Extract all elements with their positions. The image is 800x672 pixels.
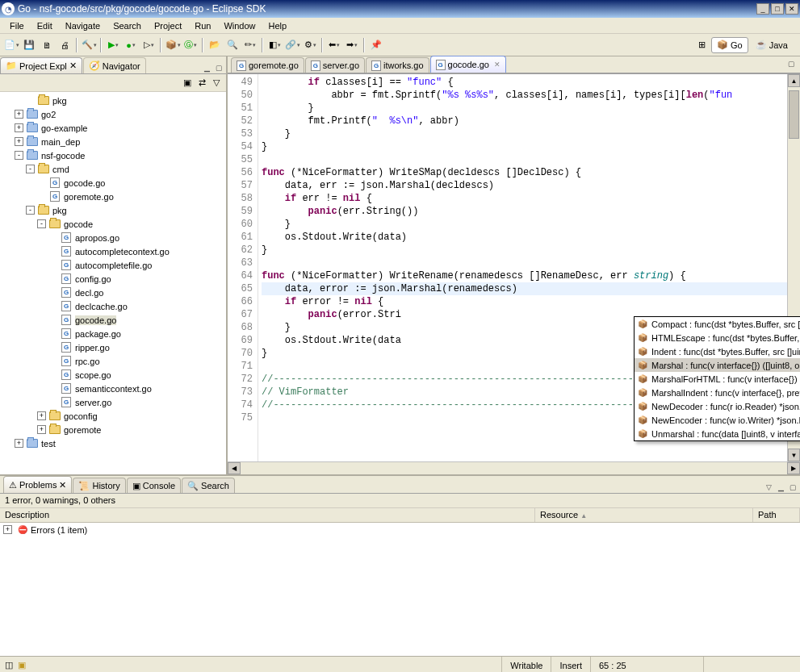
tree-node[interactable]: Gdeclcache.go xyxy=(0,299,226,313)
autocomplete-item[interactable]: 📦MarshalIndent : func(v interface{}, pre… xyxy=(635,386,800,399)
menu-search[interactable]: Search xyxy=(107,19,148,32)
tree-node[interactable]: +go-example xyxy=(0,121,226,135)
autocomplete-item[interactable]: 📦Compact : func(dst *bytes.Buffer, src [… xyxy=(635,317,800,331)
autocomplete-item[interactable]: 📦HTMLEscape : func(dst *bytes.Buffer, sr… xyxy=(635,331,800,344)
menu-navigate[interactable]: Navigate xyxy=(59,19,107,32)
scroll-down-arrow[interactable]: ▼ xyxy=(788,449,800,461)
close-icon[interactable]: ✕ xyxy=(69,61,77,71)
toggle-button[interactable]: ◧▾ xyxy=(266,37,283,53)
new-package-button[interactable]: 📦▾ xyxy=(165,37,181,53)
minimize-view-button[interactable]: ▁ xyxy=(775,482,786,493)
tree-node[interactable]: Gpackage.go xyxy=(0,327,226,340)
problems-list[interactable]: + ⛔ Errors (1 item) xyxy=(0,523,800,656)
tree-toggle[interactable]: + xyxy=(15,123,23,132)
tree-node[interactable]: -nsf-gocode xyxy=(0,148,226,162)
autocomplete-item[interactable]: 📦NewDecoder : func(r io.Reader) *json.De… xyxy=(635,399,800,413)
tree-node[interactable]: Gsemanticcontext.go xyxy=(0,382,226,395)
menu-window[interactable]: Window xyxy=(217,19,262,32)
tree-toggle[interactable]: - xyxy=(15,151,23,160)
editor-tab[interactable]: Ggocode.go✕ xyxy=(430,56,506,73)
search-button[interactable]: 🔍 xyxy=(224,37,241,53)
tree-toggle[interactable]: + xyxy=(15,110,23,119)
close-icon[interactable]: ✕ xyxy=(494,61,501,69)
tree-toggle[interactable]: + xyxy=(15,137,23,146)
menu-run[interactable]: Run xyxy=(188,19,217,32)
editor-tab[interactable]: Ggoremote.go xyxy=(231,57,304,73)
close-button[interactable]: ✕ xyxy=(785,3,798,15)
bottom-tab-search[interactable]: 🔍Search xyxy=(182,478,235,493)
open-type-button[interactable]: 📂 xyxy=(207,37,223,53)
tree-node[interactable]: Gdecl.go xyxy=(0,286,226,299)
other-button[interactable]: ⚙▾ xyxy=(302,37,318,53)
tree-node[interactable]: Gserver.go xyxy=(0,395,226,409)
column-path[interactable]: Path xyxy=(753,508,800,522)
menu-help[interactable]: Help xyxy=(262,19,294,32)
tree-node[interactable]: Grpc.go xyxy=(0,354,226,368)
problems-row[interactable]: + ⛔ Errors (1 item) xyxy=(0,523,800,536)
expand-toggle[interactable]: + xyxy=(3,525,12,534)
back-button[interactable]: ⬅▾ xyxy=(326,37,342,53)
menu-file[interactable]: File xyxy=(3,19,31,32)
new-type-button[interactable]: Ⓖ▾ xyxy=(182,37,199,53)
tree-node[interactable]: Ggocode.go xyxy=(0,313,226,327)
tree-node[interactable]: +go2 xyxy=(0,107,226,121)
tree-node[interactable]: pkg xyxy=(0,94,226,107)
autocomplete-item[interactable]: 📦Marshal : func(v interface{}) ([]uint8,… xyxy=(635,358,800,372)
tab-navigator[interactable]: 🧭 Navigator xyxy=(83,57,146,73)
editor-tab[interactable]: Gitworks.go xyxy=(366,57,429,73)
tree-node[interactable]: +test xyxy=(0,436,226,450)
project-tree[interactable]: pkg+go2+go-example+main_dep-nsf-gocode-c… xyxy=(0,92,226,474)
close-icon[interactable]: ✕ xyxy=(59,480,66,490)
forward-button[interactable]: ➡▾ xyxy=(344,37,360,53)
tree-node[interactable]: Gscope.go xyxy=(0,368,226,382)
tree-toggle[interactable]: - xyxy=(37,219,46,228)
annotation-button[interactable]: ✏▾ xyxy=(242,37,258,53)
tree-node[interactable]: +goconfig xyxy=(0,409,226,423)
open-perspective-button[interactable]: ⊞ xyxy=(693,37,710,53)
collapse-all-button[interactable]: ▣ xyxy=(181,77,194,90)
bottom-tab-console[interactable]: ▣Console xyxy=(127,478,181,493)
maximize-editor-button[interactable]: ▢ xyxy=(785,58,797,69)
view-menu-button[interactable]: ▽ xyxy=(210,77,223,90)
bottom-tab-history[interactable]: 📜History xyxy=(73,478,125,493)
save-all-button[interactable]: 🗎 xyxy=(39,37,55,53)
tree-node[interactable]: Ggoremote.go xyxy=(0,190,226,203)
minimize-button[interactable]: _ xyxy=(756,3,769,15)
save-button[interactable]: 💾 xyxy=(21,37,37,53)
tree-node[interactable]: Ggocode.go xyxy=(0,176,226,190)
autocomplete-popup[interactable]: 📦Compact : func(dst *bytes.Buffer, src [… xyxy=(634,316,800,441)
autocomplete-item[interactable]: 📦Unmarshal : func(data []uint8, v interf… xyxy=(635,427,800,440)
run-last-button[interactable]: ▷▾ xyxy=(140,37,157,53)
column-resource[interactable]: Resource ▲ xyxy=(535,508,753,522)
print-button[interactable]: 🖨 xyxy=(57,37,73,53)
editor-tab[interactable]: Gserver.go xyxy=(305,57,365,73)
pin-button[interactable]: 📌 xyxy=(368,37,384,53)
scroll-up-arrow[interactable]: ▲ xyxy=(788,74,800,87)
maximize-view-button[interactable]: ▢ xyxy=(787,482,798,493)
autocomplete-item[interactable]: 📦NewEncoder : func(w io.Writer) *json.En… xyxy=(635,413,800,427)
maximize-view-button[interactable]: ▢ xyxy=(213,62,224,73)
tree-toggle[interactable]: - xyxy=(26,206,35,215)
scroll-right-arrow[interactable]: ▶ xyxy=(787,462,800,474)
tree-node[interactable]: Gconfig.go xyxy=(0,272,226,286)
tree-node[interactable]: Gautocompletecontext.go xyxy=(0,244,226,258)
tree-toggle[interactable]: + xyxy=(15,439,23,448)
tree-node[interactable]: +main_dep xyxy=(0,135,226,148)
new-button[interactable]: 📄▾ xyxy=(3,37,19,53)
menu-project[interactable]: Project xyxy=(148,19,188,32)
build-button[interactable]: 🔨▾ xyxy=(81,37,97,53)
filter-button[interactable]: 🔗▾ xyxy=(284,37,300,53)
bottom-tab-problems[interactable]: ⚠Problems ✕ xyxy=(3,476,72,493)
link-editor-button[interactable]: ⇄ xyxy=(195,77,208,90)
autocomplete-item[interactable]: 📦MarshalForHTML : func(v interface{}) ([… xyxy=(635,372,800,386)
scroll-thumb[interactable] xyxy=(789,90,799,139)
editor-horizontal-scrollbar[interactable]: ◀ ▶ xyxy=(228,461,800,474)
tree-node[interactable]: -pkg xyxy=(0,203,226,217)
tree-node[interactable]: -cmd xyxy=(0,162,226,176)
run-button[interactable]: ●▾ xyxy=(123,37,139,53)
minimize-view-button[interactable]: ▁ xyxy=(201,62,212,73)
scroll-left-arrow[interactable]: ◀ xyxy=(228,462,241,474)
tab-project-explorer[interactable]: 📁 Project Expl ✕ xyxy=(0,57,82,73)
perspective-go[interactable]: 📦 Go xyxy=(711,37,748,53)
menu-edit[interactable]: Edit xyxy=(31,19,59,32)
